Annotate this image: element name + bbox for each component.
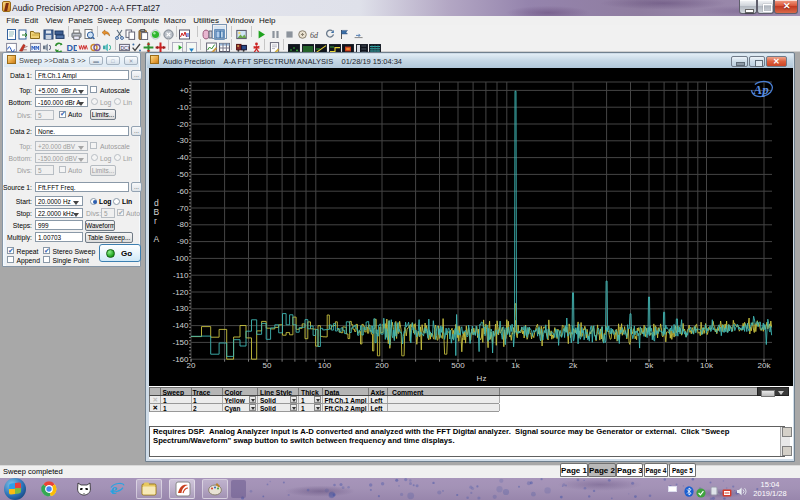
svg-text:5k: 5k [645,361,654,370]
svg-text:-40: -40 [177,153,189,162]
svg-text:-60: -60 [177,187,189,196]
svg-text:+0: +0 [179,86,189,95]
svg-text:20k: 20k [758,361,772,370]
svg-text:Ap: Ap [753,82,770,97]
svg-text:1k: 1k [511,361,520,370]
svg-text:20: 20 [187,361,196,370]
svg-text:6d: 6d [310,31,319,40]
svg-text:-20: -20 [177,120,189,129]
svg-text:-100: -100 [172,254,189,263]
svg-text:2k: 2k [569,361,578,370]
svg-text:-150: -150 [172,338,189,347]
svg-text:DCX: DCX [120,45,130,51]
svg-text:-120: -120 [172,288,189,297]
svg-text:100: 100 [318,361,332,370]
svg-text:-10: -10 [177,103,189,112]
svg-text:10k: 10k [700,361,714,370]
svg-text:-110: -110 [173,271,189,280]
svg-text:r: r [154,216,157,226]
svg-text:-70: -70 [177,204,189,213]
svg-text:-50: -50 [177,170,189,179]
svg-text:Hz: Hz [477,374,487,383]
svg-text:-80: -80 [177,220,189,229]
svg-text:-90: -90 [177,237,189,246]
svg-text:-140: -140 [172,321,189,330]
svg-text:-30: -30 [177,136,189,145]
svg-text:-130: -130 [172,304,189,313]
svg-text:50: 50 [263,361,272,370]
svg-text:A: A [154,234,160,244]
svg-text:500: 500 [451,361,465,370]
svg-text:200: 200 [375,361,389,370]
